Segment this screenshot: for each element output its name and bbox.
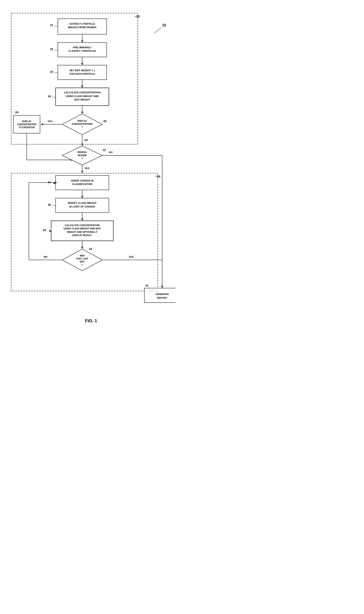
yes-label-34: YES	[129, 255, 133, 258]
text-step34-1: WAS	[80, 254, 85, 257]
text-step12-2: REVIEW	[78, 154, 87, 157]
ref-20: ~20	[134, 15, 140, 18]
ref-32: 32	[48, 203, 51, 206]
yes-label-25: YES	[47, 120, 52, 123]
text-step33-2: USING CLASS WEIGHT AND EDIT	[64, 227, 101, 230]
text-step14-1: GENERATE	[155, 293, 169, 295]
ref-10: 10	[162, 23, 166, 27]
ref-30: ~30	[155, 175, 160, 178]
text-step26-3: TO OPERATOR	[19, 126, 35, 129]
text-step34-4: ?	[81, 264, 83, 266]
text-step25-2: CONCENTRATIONS	[72, 123, 92, 125]
diagram-container: 10 ~20 EXTRACT I PARTICLE IMAGES FROM FR…	[5, 4, 178, 325]
text-step12-3: ?	[81, 157, 83, 160]
text-step14-2: REPORT	[157, 296, 167, 299]
text-step34-2: THAT LAST	[76, 257, 88, 260]
text-step31-2: CLASSIFICATION	[72, 183, 92, 185]
text-step33-1: CALCULATE CONCENTRATION	[65, 224, 100, 227]
ref-23: 23	[50, 70, 53, 73]
ref-31: 31	[48, 181, 51, 184]
text-step26-2: CONCENTRATION	[17, 123, 36, 126]
text-step31-1: SENSE CHANGE IN	[71, 179, 93, 182]
text-step33-3: WEIGHT AND OPTIONALLY	[67, 231, 97, 233]
ref-12: 12	[103, 148, 106, 152]
text-step34-3: EDIT	[80, 261, 85, 263]
text-step24-1: CALCULATE CONCENTRATION	[64, 91, 100, 94]
no-label-34: NO	[44, 255, 47, 258]
no-label-12: NO	[109, 151, 113, 154]
text-step25-1: DISPLAY	[78, 120, 87, 122]
ref-25: 25	[103, 120, 106, 123]
ref-14: 14	[145, 284, 148, 287]
text-step23-1: SET EDIT WEIGHT = 1	[69, 69, 95, 72]
text-step24-3: EDIT WEIGHT	[74, 98, 90, 101]
ref-34: 34	[89, 247, 92, 251]
ref-26: 26	[15, 111, 18, 114]
ref-24: 24	[48, 95, 51, 98]
text-step22-1: PRELIMINARILY	[73, 46, 91, 49]
text-step33-4: DISPLAY RESULT	[72, 234, 92, 237]
text-step22-2: CLASSIFY I PARTICLES	[68, 50, 96, 52]
figure-label: FIG. 1	[7, 318, 176, 323]
text-step32-2: IN LIGHT OF CHANGE	[69, 205, 95, 208]
no-label-25: NO	[84, 139, 88, 141]
text-step12-1: MANUAL	[77, 151, 87, 153]
ref-21: 21	[50, 23, 53, 27]
ref-33: 33	[43, 228, 46, 232]
text-step21-1: EXTRACT I PARTICLE	[69, 23, 95, 25]
text-step21-2: IMAGES FROM FRAMES	[68, 26, 96, 28]
text-step26-1: DISPLAY	[22, 120, 31, 123]
text-step32-1: MODIFY CLASS WEIGHT	[68, 202, 96, 204]
flowchart-svg: 10 ~20 EXTRACT I PARTICLE IMAGES FROM FR…	[7, 6, 176, 313]
text-step24-2: USING CLASS WEIGHT AND	[65, 95, 98, 97]
yes-label-12: YES	[84, 167, 89, 170]
ref-22: 22	[50, 47, 53, 51]
text-step25-3: ?	[81, 126, 83, 128]
text-step23-2: FOR EACH PARTICLE	[69, 73, 95, 75]
